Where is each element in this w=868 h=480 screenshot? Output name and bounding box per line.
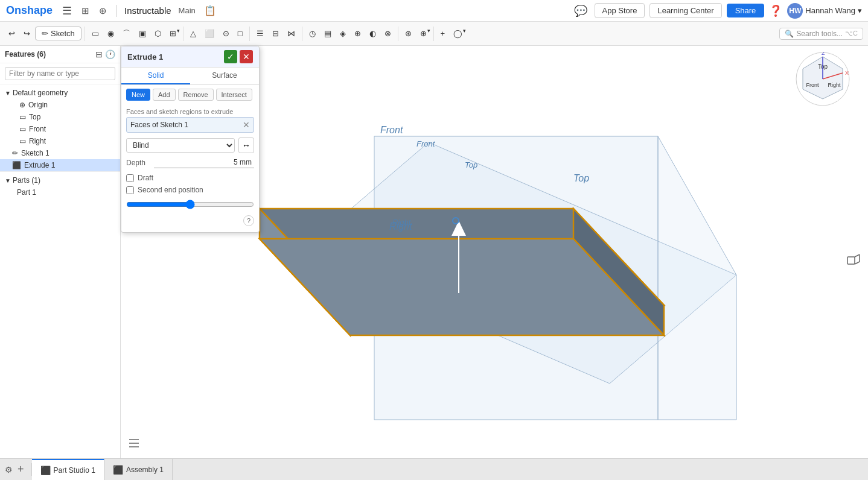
top-plane-label: Top — [465, 160, 477, 169]
svg-text:Front: Front — [380, 125, 403, 135]
menu-button[interactable]: ☰ — [60, 3, 74, 19]
second-end-label[interactable]: Second end position — [138, 186, 203, 194]
feature-origin[interactable]: ⊕ Origin — [0, 99, 120, 111]
svg-rect-25 — [847, 257, 855, 264]
user-menu[interactable]: HW Hannah Wang ▾ — [787, 3, 862, 19]
sketch-button[interactable]: ✏ Sketch — [35, 27, 81, 40]
flip-button[interactable]: ↔ — [238, 137, 254, 153]
topbar: Onshape ☰ ⊞ ⊕ Instructable Main 📋 💬 App … — [0, 0, 868, 22]
tb-tool-9[interactable]: ⊙ — [219, 27, 233, 40]
dialog-cancel-button[interactable]: ✕ — [240, 50, 253, 63]
tb-tool-14[interactable]: ▤ — [321, 27, 335, 40]
tb-tool-19[interactable]: ⊛ — [401, 27, 415, 40]
features-title: Features (6) — [5, 50, 46, 58]
tb-tool-16[interactable]: ⊕ — [351, 27, 365, 40]
second-end-checkbox[interactable] — [126, 186, 134, 194]
part-1[interactable]: Part 1 — [0, 186, 120, 198]
separator — [116, 5, 117, 17]
filter-input[interactable] — [5, 67, 115, 80]
tb-tool-8[interactable]: ⬜ — [201, 27, 218, 40]
tb-tool-21[interactable]: + — [437, 27, 449, 40]
subtab-intersect[interactable]: Intersect — [216, 89, 252, 101]
tb-tool-18[interactable]: ⊗ — [381, 27, 395, 40]
tb-tool-13[interactable]: ◷ — [305, 27, 319, 40]
add-tab-button[interactable]: + — [15, 463, 27, 476]
tb-tool-6[interactable]: ⊞▾ — [166, 27, 180, 40]
learning-center-button[interactable]: Learning Center — [649, 3, 721, 18]
tb-tool-10[interactable]: □ — [234, 27, 246, 40]
tb-tool-1[interactable]: ▭ — [88, 27, 103, 40]
subtab-new[interactable]: New — [126, 89, 150, 101]
redo-button[interactable]: ↪ — [20, 27, 34, 40]
subtab-add[interactable]: Add — [153, 89, 176, 101]
type-row: Blind ↔ — [126, 137, 254, 153]
tb-tool-12[interactable]: ⋈ — [284, 27, 299, 40]
tb-tool-11[interactable]: ☰ — [253, 27, 267, 40]
top-label: Top — [29, 113, 40, 121]
orientation-cube[interactable]: Top Front Right X Z — [796, 52, 850, 106]
draft-label[interactable]: Draft — [138, 174, 153, 182]
document-branch: Main — [179, 6, 196, 15]
feature-sketch1[interactable]: ✏ Sketch 1 — [0, 147, 120, 159]
svg-marker-2 — [658, 136, 736, 420]
list-icon-button[interactable] — [127, 436, 141, 452]
tb-tool-20[interactable]: ⊕▾ — [416, 27, 430, 40]
type-select[interactable]: Blind — [126, 138, 235, 153]
tb-tool-4[interactable]: ▣ — [135, 27, 150, 40]
feature-front[interactable]: ▭ Front — [0, 123, 120, 135]
separator-6 — [433, 27, 434, 41]
feature-extrude1[interactable]: ⬛ Extrude 1 — [0, 159, 120, 171]
tb-tool-11b[interactable]: ⊟ — [269, 27, 282, 40]
isometric-view-button[interactable] — [845, 252, 862, 271]
sketch-icon: ✏ — [12, 149, 18, 157]
filter-icon[interactable]: ⊟ — [95, 49, 103, 59]
dialog-buttons: ✓ ✕ — [224, 50, 253, 63]
depth-input[interactable] — [154, 157, 254, 168]
tb-tool-3[interactable]: ⌒ — [119, 26, 134, 42]
tb-tool-5[interactable]: ⬡ — [151, 27, 165, 40]
appstore-button[interactable]: App Store — [595, 3, 645, 18]
add-feature-button[interactable]: ⊕ — [97, 4, 109, 17]
svg-marker-5 — [573, 209, 664, 335]
help-icon[interactable]: ❓ — [769, 4, 782, 17]
extrude-icon: ⬛ — [12, 161, 21, 169]
tab-solid[interactable]: Solid — [121, 68, 190, 84]
undo-button[interactable]: ↩ — [5, 27, 19, 40]
parts-label: Parts (1) — [13, 176, 40, 185]
default-geometry-header[interactable]: ▼ Default geometry — [0, 87, 120, 99]
part1-label: Part 1 — [17, 188, 36, 197]
settings-button[interactable]: ⊞ — [79, 4, 92, 17]
separator-4 — [302, 27, 302, 41]
tab-assembly-1[interactable]: ⬛ Assembly 1 — [104, 459, 173, 481]
parts-header[interactable]: ▼ Parts (1) — [0, 174, 120, 186]
assembly-icon: ⬛ — [113, 465, 123, 475]
parts-expand-icon: ▼ — [5, 177, 11, 184]
faces-input-box[interactable]: Faces of Sketch 1 ✕ — [126, 117, 254, 133]
tb-tool-17[interactable]: ◐ — [366, 27, 380, 40]
tab-part-studio-1[interactable]: ⬛ Part Studio 1 — [32, 459, 104, 481]
depth-slider[interactable] — [126, 200, 254, 209]
share-button[interactable]: Share — [727, 4, 765, 17]
tb-tool-15[interactable]: ◈ — [336, 27, 349, 40]
feature-top[interactable]: ▭ Top — [0, 111, 120, 123]
faces-clear-button[interactable]: ✕ — [243, 120, 250, 130]
tab-settings-icon[interactable]: ⚙ — [5, 465, 13, 475]
subtab-remove[interactable]: Remove — [178, 89, 214, 101]
tb-tool-2[interactable]: ◉ — [104, 27, 118, 40]
dialog-ok-button[interactable]: ✓ — [224, 50, 237, 63]
sketch-label: Sketch — [51, 29, 75, 38]
tab-surface[interactable]: Surface — [190, 68, 259, 84]
tb-tool-7[interactable]: △ — [187, 27, 200, 40]
feature-right[interactable]: ▭ Right — [0, 135, 120, 147]
separator-1 — [85, 27, 85, 41]
tb-tool-22[interactable]: ◯▾ — [450, 27, 466, 40]
comment-button[interactable]: 💬 — [572, 3, 590, 19]
right-plane-label: Right — [392, 218, 410, 227]
clock-icon[interactable]: 🕐 — [105, 49, 115, 59]
draft-checkbox[interactable] — [126, 174, 134, 182]
help-button[interactable]: ? — [243, 215, 254, 226]
extrude-dialog: Extrude 1 ✓ ✕ Solid Surface New Add Remo… — [121, 46, 260, 233]
features-header: Features (6) ⊟ 🕐 — [0, 46, 120, 63]
feature-list: ▼ Default geometry ⊕ Origin ▭ Top ▭ Fron… — [0, 84, 120, 458]
svg-marker-8 — [452, 221, 466, 236]
